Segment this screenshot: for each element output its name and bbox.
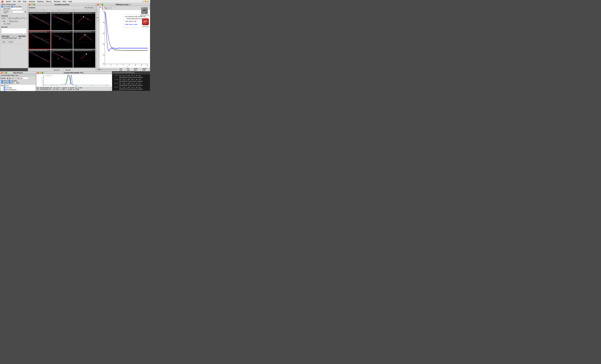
apple-menu[interactable]: 🍎 [1, 0, 3, 3]
variables-checkbox[interactable] [9, 80, 10, 82]
graph-thumb-3[interactable]: GraphDensityMPhaseR1C1Fig2 [29, 31, 51, 49]
cursor-a-wave: ScFiDtestN400_FFT [40, 87, 52, 89]
tool-text[interactable]: A. [97, 10, 99, 12]
graph9-title: Graph9:FiDtestN1000_FFT,... [64, 72, 85, 74]
graph9-max[interactable] [42, 72, 43, 74]
db-nav-home[interactable]: ⌂ [15, 77, 17, 79]
thumb-title-8: GraphDensityMPhaseR3C5Fig1 [73, 50, 95, 51]
contain-wave-checkbox[interactable] [1, 11, 3, 13]
are-visible-checkbox[interactable] [1, 6, 3, 7]
svg-text:Zeeman + Ising: Zeeman + Ising [129, 20, 136, 22]
win-note-textarea[interactable] [1, 28, 27, 34]
db-minimize-button[interactable] [3, 72, 5, 74]
graph-select[interactable]: GraphDensityMPhase2C1Fig2 [7, 17, 27, 19]
win-note-label: win note [1, 26, 27, 28]
prb-minimize-button[interactable] [99, 4, 101, 5]
thumb-img-2 [73, 14, 95, 25]
prb-maximize-button[interactable] [101, 4, 103, 5]
tree-item-aprim[interactable]: W aprim [1, 91, 35, 91]
db-close-button[interactable] [1, 72, 3, 74]
show-all-button[interactable]: Show All [52, 69, 61, 71]
prb-close-button[interactable] [97, 4, 99, 5]
maximize-button[interactable] [33, 4, 35, 5]
menu-macros[interactable]: Macros [45, 0, 53, 2]
auto-show-checkbox[interactable] [1, 23, 3, 25]
hide-button[interactable]: Hide [1, 20, 7, 22]
graph-thumb-5[interactable]: GraphDensityMPhaseR3C4Fig1 [73, 31, 95, 49]
contain-wave-input[interactable] [12, 11, 24, 13]
graph9-min[interactable] [40, 72, 41, 74]
bring-to-front-button[interactable]: Bring to front [8, 20, 19, 22]
b-button[interactable]: B [24, 11, 27, 13]
wave-row[interactable]: DensityMPhase2C1Fig2 root: [1, 37, 27, 39]
menu-edit[interactable]: Edit [17, 0, 22, 2]
svg-text:12: 12 [141, 65, 142, 66]
plot-checkbox[interactable] [14, 82, 16, 84]
zoom-dropdown-icon[interactable]: ▼ [101, 69, 103, 70]
thumb-title-0: GraphDensityMPhaseR1C1Fig1 [29, 12, 50, 14]
menu-analysis[interactable]: Analysis [28, 0, 36, 2]
desktop-icon-igor[interactable]: Igor64.app [142, 18, 149, 27]
wave-table: wave name data folder DensityMPhase2C1Fi… [1, 35, 27, 39]
graph-thumb-7[interactable]: GraphDensityMPhaseR2C1Fig4 [51, 49, 73, 68]
menu-misc[interactable]: Misc [62, 0, 67, 2]
start-with-input[interactable] [11, 8, 22, 10]
db-nav-forward[interactable]: ▶ [9, 77, 11, 79]
code-content[interactable]: 33704 For Fig 2 and row 2 we use DMA3DCP… [112, 74, 150, 91]
display-label: Display [1, 77, 6, 79]
menu-windows[interactable]: Windows [53, 0, 62, 2]
tool-misc[interactable]: Misc [97, 16, 99, 19]
waves-checkbox[interactable] [1, 80, 3, 82]
close-button[interactable] [29, 4, 30, 5]
svg-text:0.6: 0.6 [103, 32, 104, 34]
svg-text:5: 5 [91, 85, 92, 86]
db-nav-bookmark[interactable]: 🔖 [17, 77, 20, 79]
navigate-icon[interactable]: → [34, 75, 35, 76]
menu-statistics[interactable]: Statistics [36, 0, 45, 2]
page-label[interactable]: Page 1 of 1 [103, 7, 113, 9]
hide-all-button[interactable]: Hide All [63, 69, 72, 71]
tree-item-apcpmg[interactable]: W APCPMGpulsei... [1, 89, 35, 91]
set-df-button[interactable]: Set DF [7, 40, 14, 43]
show-windows-title: Show windows that: [1, 4, 27, 5]
tool-grid[interactable]: ⊞ [97, 19, 99, 22]
cursor-b-indicator: B [37, 89, 39, 90]
svg-text:0.4: 0.4 [103, 43, 104, 45]
svg-point-43 [61, 56, 62, 58]
minimize-button[interactable] [31, 4, 33, 5]
graph9-close[interactable] [37, 72, 39, 74]
tool-arrow[interactable]: ↔ [97, 7, 99, 9]
browser-toolbar: Columns New Browser [28, 6, 96, 9]
db-nav-up[interactable]: ▲ [12, 77, 14, 79]
svg-point-29 [59, 39, 60, 39]
data-folder-cell: root: [18, 37, 27, 39]
tool-zoom[interactable]: ↗ [97, 13, 99, 16]
graph-thumb-4[interactable]: GraphDensityMPhaseR2C1Fig3 [51, 31, 73, 49]
tree-item-aconstsp[interactable]: W aconstsp [1, 87, 35, 89]
menubar: 🍎 Igor64 File Edit Data Analysis Statist… [0, 0, 150, 3]
graph-thumb-2[interactable]: GraphDensityMPhaseR3C3Fig1 [73, 12, 95, 30]
info-checkbox[interactable] [9, 82, 10, 84]
db-maximize-button[interactable] [5, 72, 7, 74]
graph-thumb-1[interactable]: GraphDensityMPhaseR2C1Fig2 [51, 12, 73, 30]
tree-item-root[interactable]: ▶ ▶ 📁 root [1, 85, 35, 87]
strings-checkbox[interactable] [1, 82, 3, 84]
db-path-input[interactable] [20, 77, 29, 79]
menu-data[interactable]: Data [22, 0, 28, 2]
are-invisible-checkbox[interactable] [11, 6, 13, 7]
new-browser-button[interactable]: New Browser [84, 6, 95, 9]
menu-igor64[interactable]: Igor64 [5, 0, 12, 2]
code-title: ShowDensityMatPSS3DPRBepaps [113, 72, 135, 73]
thumb-img-8 [73, 51, 95, 62]
graph-thumb-0[interactable]: GraphDensityMPhaseR1C1Fig1 [29, 12, 51, 30]
col-num-2: 2 [44, 10, 45, 11]
igor-app-icon [142, 18, 149, 25]
graph-thumb-8[interactable]: GraphDensityMPhaseR3C5Fig1 [73, 49, 95, 68]
menu-help[interactable]: Help [67, 0, 73, 2]
menu-file[interactable]: File [12, 0, 17, 2]
edit-button[interactable]: Edit [1, 40, 6, 43]
start-with-checkbox[interactable] [1, 8, 3, 10]
desktop-icon-hd[interactable]: Macintosh HD [140, 7, 149, 16]
graph-thumb-6[interactable]: GraphDensityMPhaseR1C1Fig3 [29, 49, 51, 68]
db-nav-back[interactable]: ◀ [6, 77, 9, 79]
